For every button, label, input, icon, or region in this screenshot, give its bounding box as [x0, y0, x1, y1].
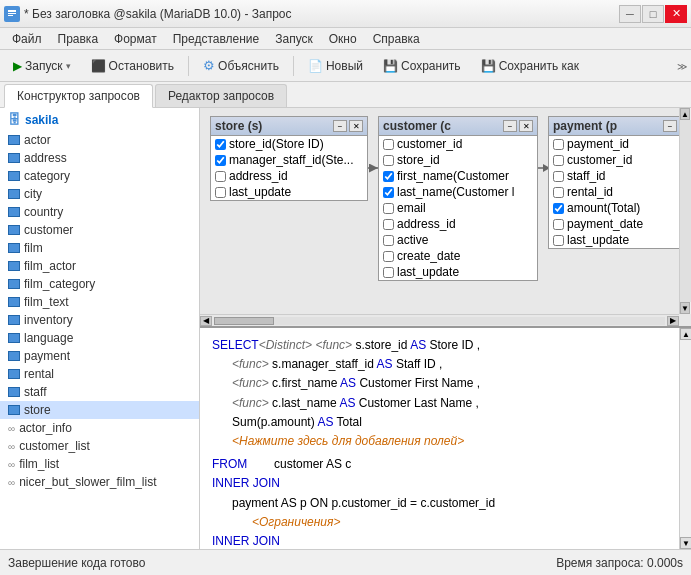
save-as-button[interactable]: 💾 Сохранить как [472, 55, 588, 77]
menu-help[interactable]: Справка [365, 30, 428, 48]
sidebar-item-country[interactable]: country [0, 203, 199, 221]
scroll-up-btn[interactable]: ▲ [680, 108, 690, 120]
field-checkbox[interactable] [553, 171, 564, 182]
menu-file[interactable]: Файл [4, 30, 50, 48]
stop-button[interactable]: ⬛ Остановить [82, 55, 184, 77]
field-name: store_id [397, 153, 440, 167]
scroll-thumb[interactable] [214, 317, 274, 325]
run-button[interactable]: ▶ Запуск ▾ [4, 55, 80, 77]
sidebar-root[interactable]: 🗄 sakila [0, 108, 199, 131]
sidebar-item-film-category[interactable]: film_category [0, 275, 199, 293]
sidebar-item-customer[interactable]: customer [0, 221, 199, 239]
table-payment-minimize[interactable]: − [663, 120, 677, 132]
table-row: address_id [379, 216, 537, 232]
field-checkbox[interactable] [553, 235, 564, 246]
sidebar-item-film-list[interactable]: ∞ film_list [0, 455, 199, 473]
table-customer-controls[interactable]: − ✕ [503, 120, 533, 132]
field-checkbox[interactable] [383, 251, 394, 262]
func2: <func> [232, 357, 269, 371]
menu-edit[interactable]: Правка [50, 30, 107, 48]
menu-view[interactable]: Представление [165, 30, 268, 48]
table-icon [8, 369, 20, 379]
field-checkbox[interactable] [553, 155, 564, 166]
expand-icon[interactable]: ≫ [677, 61, 687, 72]
field-checkbox[interactable] [383, 203, 394, 214]
tab-query-editor[interactable]: Редактор запросов [155, 84, 287, 107]
designer-vscroll[interactable]: ▲ ▼ [679, 108, 691, 314]
field-checkbox[interactable] [553, 219, 564, 230]
field-checkbox[interactable] [215, 139, 226, 150]
field-checkbox[interactable] [383, 219, 394, 230]
scroll-right-btn[interactable]: ▶ [667, 316, 679, 326]
field-checkbox[interactable] [383, 171, 394, 182]
sidebar-item-payment[interactable]: payment [0, 347, 199, 365]
table-customer-close[interactable]: ✕ [519, 120, 533, 132]
menu-format[interactable]: Формат [106, 30, 165, 48]
save-button[interactable]: 💾 Сохранить [374, 55, 470, 77]
sql-join1-constraint[interactable]: <Ограничения> [252, 513, 667, 532]
titlebar-controls[interactable]: ─ □ ✕ [619, 5, 687, 23]
join1-constraint: <Ограничения> [252, 515, 340, 529]
table-icon [8, 243, 20, 253]
sidebar-item-film-actor[interactable]: film_actor [0, 257, 199, 275]
explain-button[interactable]: ⚙ Объяснить [194, 54, 288, 77]
table-row: last_update [211, 184, 367, 200]
sql-area[interactable]: SELECT<Distinct> <func> s.store_id AS St… [200, 328, 679, 549]
menu-run[interactable]: Запуск [267, 30, 321, 48]
sql-vscrollbar[interactable]: ▲ ▼ [679, 328, 691, 549]
sidebar-item-category[interactable]: category [0, 167, 199, 185]
run-icon: ▶ [13, 59, 22, 73]
close-button[interactable]: ✕ [665, 5, 687, 23]
field-checkbox[interactable] [383, 187, 394, 198]
add-fields-placeholder: <Нажмите здесь для добавления полей> [232, 434, 464, 448]
sidebar-item-actor-info[interactable]: ∞ actor_info [0, 419, 199, 437]
table-row: payment_date [549, 216, 691, 232]
field-checkbox[interactable] [383, 235, 394, 246]
statusbar: Завершение кода готово Время запроса: 0.… [0, 549, 691, 575]
sql-scroll-down[interactable]: ▼ [680, 537, 691, 549]
field-checkbox[interactable] [553, 139, 564, 150]
tab-query-builder[interactable]: Конструктор запросов [4, 84, 153, 108]
sidebar-item-language[interactable]: language [0, 329, 199, 347]
stop-icon: ⬛ [91, 59, 106, 73]
table-store: store (s) − ✕ store_id(Store ID) manager… [210, 116, 368, 201]
designer-hscroll[interactable]: ◀ ▶ [200, 314, 679, 326]
new-button[interactable]: 📄 Новый [299, 55, 372, 77]
maximize-button[interactable]: □ [642, 5, 664, 23]
sql-scroll-up[interactable]: ▲ [680, 328, 691, 340]
sidebar-item-address[interactable]: address [0, 149, 199, 167]
sidebar-item-staff[interactable]: staff [0, 383, 199, 401]
table-store-controls[interactable]: − ✕ [333, 120, 363, 132]
table-row: email [379, 200, 537, 216]
table-customer: customer (c − ✕ customer_id store_id [378, 116, 538, 281]
field-checkbox[interactable] [215, 155, 226, 166]
table-store-minimize[interactable]: − [333, 120, 347, 132]
sidebar-item-film-text[interactable]: film_text [0, 293, 199, 311]
field-checkbox[interactable] [553, 203, 564, 214]
field-checkbox[interactable] [215, 187, 226, 198]
sidebar-item-nicer-film-list[interactable]: ∞ nicer_but_slower_film_list [0, 473, 199, 491]
sidebar-label: rental [24, 367, 54, 381]
sidebar-item-city[interactable]: city [0, 185, 199, 203]
sidebar-item-rental[interactable]: rental [0, 365, 199, 383]
table-payment-header: payment (p − ✕ [549, 117, 691, 136]
sidebar-item-actor[interactable]: actor [0, 131, 199, 149]
menu-window[interactable]: Окно [321, 30, 365, 48]
scroll-left-btn[interactable]: ◀ [200, 316, 212, 326]
sidebar-item-film[interactable]: film [0, 239, 199, 257]
field-checkbox[interactable] [215, 171, 226, 182]
sidebar-item-inventory[interactable]: inventory [0, 311, 199, 329]
field-checkbox[interactable] [383, 139, 394, 150]
scroll-down-btn[interactable]: ▼ [680, 302, 690, 314]
sql-add-fields[interactable]: <Нажмите здесь для добавления полей> [232, 432, 667, 451]
sidebar-item-store[interactable]: store [0, 401, 199, 419]
field-checkbox[interactable] [383, 155, 394, 166]
titlebar-left: * Без заголовка @sakila (MariaDB 10.0) -… [4, 6, 292, 22]
field-checkbox[interactable] [383, 267, 394, 278]
field-checkbox[interactable] [553, 187, 564, 198]
sidebar-item-customer-list[interactable]: ∞ customer_list [0, 437, 199, 455]
table-store-close[interactable]: ✕ [349, 120, 363, 132]
sidebar-label: inventory [24, 313, 73, 327]
table-customer-minimize[interactable]: − [503, 120, 517, 132]
minimize-button[interactable]: ─ [619, 5, 641, 23]
